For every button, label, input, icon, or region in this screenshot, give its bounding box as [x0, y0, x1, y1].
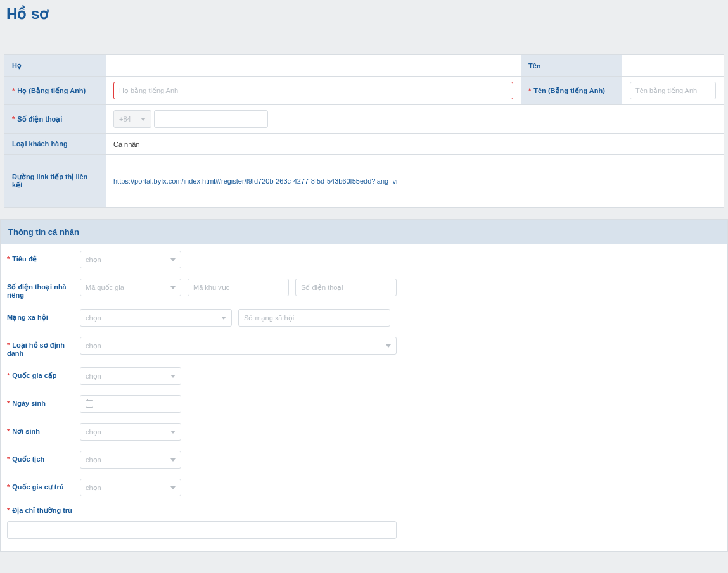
label-id-type: *Loại hồ sơ định danh — [7, 337, 80, 357]
label-issuing-country-text: Quốc gia cấp — [12, 372, 56, 379]
label-pob: *Nơi sinh — [7, 423, 80, 436]
row-issuing-country: *Quốc gia cấp chọn — [7, 367, 721, 385]
label-ho-en-text: Họ (Bằng tiếng Anh) — [17, 87, 86, 95]
row-name-english: * Họ (Bằng tiếng Anh) * Tên (Bằng tiếng … — [4, 77, 724, 105]
home-phone-country-code-select[interactable]: Mã quốc gia — [80, 279, 181, 296]
value-ten — [622, 55, 724, 76]
label-phone-text: Số điện thoại — [17, 115, 62, 123]
row-id-type: *Loại hồ sơ định danh chọn — [7, 337, 721, 357]
label-perm-address-text: Địa chỉ thường trú — [12, 507, 72, 514]
nationality-value: chọn — [86, 456, 101, 464]
social-select-value: chọn — [86, 314, 101, 322]
ho-en-input[interactable] — [113, 82, 513, 99]
affiliate-link[interactable]: https://portal.byfx.com/index.html#/regi… — [113, 177, 398, 185]
chevron-down-icon — [170, 486, 176, 489]
required-mark: * — [7, 255, 10, 263]
required-mark: * — [7, 372, 10, 379]
chevron-down-icon — [141, 118, 146, 121]
cell-ho-en — [106, 77, 521, 104]
label-title-text: Tiêu đề — [12, 255, 37, 263]
title-select-value: chọn — [86, 256, 101, 264]
controls-nationality: chọn — [80, 451, 721, 469]
controls-issuing-country: chọn — [80, 367, 721, 385]
label-ho: Họ — [4, 55, 106, 76]
controls-social: chọn — [80, 309, 721, 327]
required-mark: * — [7, 400, 10, 407]
row-affiliate: Đường link tiếp thị liên kết https://por… — [4, 155, 724, 207]
chevron-down-icon — [170, 458, 176, 462]
pob-select[interactable]: chọn — [80, 423, 181, 441]
controls-residence: chọn — [80, 479, 721, 496]
cell-phone: +84 — [106, 105, 724, 133]
phone-code-value: +84 — [119, 115, 131, 123]
issuing-country-value: chọn — [86, 372, 101, 381]
home-phone-cc-value: Mã quốc gia — [86, 284, 124, 292]
home-phone-number-input[interactable] — [295, 279, 397, 296]
personal-info-section: Thông tin cá nhân *Tiêu đề chọn Số điện … — [0, 219, 728, 552]
value-customer-type: Cá nhân — [106, 134, 724, 154]
label-perm-address: *Địa chỉ thường trú — [7, 507, 721, 515]
controls-title: chọn — [80, 251, 721, 268]
phone-number-input[interactable] — [154, 110, 268, 128]
calendar-icon — [86, 400, 93, 408]
row-residence: *Quốc gia cư trú chọn — [7, 479, 721, 496]
personal-info-body: *Tiêu đề chọn Số điện thoại nhà riêng Mã… — [1, 244, 727, 551]
row-phone: * Số điện thoại +84 — [4, 105, 724, 134]
pob-value: chọn — [86, 428, 101, 436]
row-nationality: *Quốc tịch chọn — [7, 451, 721, 469]
residence-select[interactable]: chọn — [80, 479, 181, 496]
label-nationality: *Quốc tịch — [7, 451, 80, 463]
row-social: Mạng xã hội chọn — [7, 309, 721, 327]
chevron-down-icon — [170, 258, 176, 261]
label-id-type-text: Loại hồ sơ định danh — [7, 341, 65, 357]
required-mark: * — [528, 87, 531, 94]
social-select[interactable]: chọn — [80, 309, 232, 327]
social-number-input[interactable] — [238, 309, 390, 327]
controls-dob — [80, 395, 721, 413]
label-issuing-country: *Quốc gia cấp — [7, 367, 80, 380]
row-customer-type: Loại khách hàng Cá nhân — [4, 134, 724, 155]
required-mark: * — [12, 115, 15, 123]
label-ho-en: * Họ (Bằng tiếng Anh) — [4, 77, 106, 104]
label-social: Mạng xã hội — [7, 309, 80, 322]
row-dob: *Ngày sinh — [7, 395, 721, 413]
label-home-phone: Số điện thoại nhà riêng — [7, 279, 80, 299]
row-home-phone: Số điện thoại nhà riêng Mã quốc gia — [7, 279, 721, 299]
controls-perm-address — [7, 521, 397, 539]
controls-pob: chọn — [80, 423, 721, 441]
required-mark: * — [7, 507, 10, 514]
label-customer-type: Loại khách hàng — [4, 134, 106, 154]
home-phone-area-input[interactable] — [188, 279, 289, 296]
issuing-country-select[interactable]: chọn — [80, 367, 181, 385]
page-title: Hồ sơ — [0, 0, 728, 35]
required-mark: * — [7, 455, 10, 463]
chevron-down-icon — [386, 344, 391, 348]
label-ten-en: * Tên (Bằng tiếng Anh) — [521, 77, 622, 104]
label-residence: *Quốc gia cư trú — [7, 479, 80, 491]
phone-country-code-select: +84 — [113, 110, 151, 128]
label-dob: *Ngày sinh — [7, 395, 80, 407]
ten-en-input[interactable] — [630, 82, 716, 99]
required-mark: * — [7, 483, 10, 491]
required-mark: * — [12, 87, 15, 94]
label-pob-text: Nơi sinh — [12, 427, 40, 435]
cell-affiliate: https://portal.byfx.com/index.html#/regi… — [106, 155, 724, 207]
dob-datepicker[interactable] — [80, 395, 181, 413]
profile-table: Họ Tên * Họ (Bằng tiếng Anh) * Tên (Bằng… — [4, 54, 724, 208]
nationality-select[interactable]: chọn — [80, 451, 181, 469]
personal-info-header: Thông tin cá nhân — [1, 220, 727, 244]
label-nationality-text: Quốc tịch — [12, 455, 44, 463]
perm-address-input[interactable] — [7, 521, 397, 539]
label-residence-text: Quốc gia cư trú — [12, 483, 63, 491]
residence-value: chọn — [86, 484, 101, 492]
label-dob-text: Ngày sinh — [12, 400, 46, 407]
id-type-select[interactable]: chọn — [80, 337, 397, 355]
required-mark: * — [7, 427, 10, 435]
row-perm-address: *Địa chỉ thường trú — [7, 507, 721, 539]
cell-ten-en — [622, 77, 724, 104]
chevron-down-icon — [170, 375, 176, 378]
label-phone: * Số điện thoại — [4, 105, 106, 133]
id-type-select-value: chọn — [86, 342, 101, 350]
title-select[interactable]: chọn — [80, 251, 181, 268]
label-ten-en-text: Tên (Bằng tiếng Anh) — [533, 87, 605, 95]
